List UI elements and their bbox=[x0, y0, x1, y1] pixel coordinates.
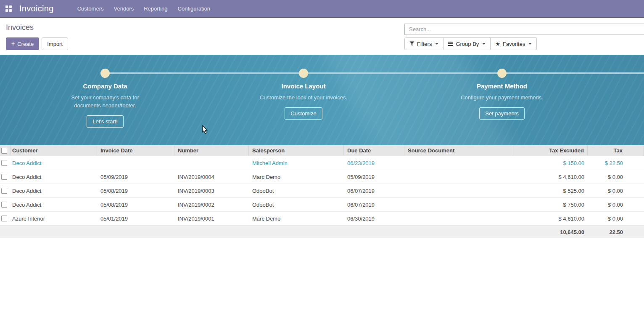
table-row[interactable]: Deco Addict 05/08/2019 INV/2019/0002 Odo… bbox=[0, 198, 644, 212]
row-checkbox[interactable] bbox=[1, 174, 7, 180]
cell-customer: Deco Addict bbox=[11, 156, 97, 170]
footer-tax-total: 22.50 bbox=[588, 226, 644, 238]
cell-salesperson: OdooBot bbox=[249, 184, 344, 197]
row-checkbox-cell bbox=[0, 198, 11, 211]
action-buttons: + Create Import bbox=[6, 37, 68, 50]
favorites-button-label: Favorites bbox=[503, 41, 525, 47]
table-row[interactable]: Deco Addict 05/08/2019 INV/2019/0003 Odo… bbox=[0, 184, 644, 198]
menu-customers[interactable]: Customers bbox=[72, 0, 109, 18]
column-header-invoice-date[interactable]: Invoice Date bbox=[97, 145, 174, 156]
row-checkbox[interactable] bbox=[1, 216, 7, 221]
select-all-checkbox-cell bbox=[0, 145, 11, 156]
step-title: Payment Method bbox=[435, 83, 569, 90]
invoicing-app-screen: Invoicing Customers Vendors Reporting Co… bbox=[0, 0, 644, 317]
column-header-tax[interactable]: Tax bbox=[588, 145, 644, 156]
menu-configuration[interactable]: Configuration bbox=[173, 0, 215, 18]
onboarding-progress-line bbox=[105, 72, 644, 74]
column-header-source-document[interactable]: Source Document bbox=[404, 145, 513, 156]
table-row[interactable]: Deco Addict Mitchell Admin 06/23/2019 $ … bbox=[0, 156, 644, 170]
group-by-button[interactable]: Group By bbox=[443, 37, 491, 50]
table-footer-row: 10,645.00 22.50 bbox=[0, 226, 644, 238]
app-title: Invoicing bbox=[19, 4, 54, 13]
filters-button-label: Filters bbox=[417, 41, 432, 47]
cell-tax-excluded: $ 150.00 bbox=[513, 156, 588, 170]
search-option-buttons: Filters Group By ★ Favorites bbox=[404, 37, 537, 50]
import-button-label: Import bbox=[47, 41, 63, 47]
apps-menu-button[interactable] bbox=[0, 0, 17, 18]
column-header-number[interactable]: Number bbox=[174, 145, 249, 156]
menu-vendors[interactable]: Vendors bbox=[109, 0, 139, 18]
apps-grid-icon bbox=[5, 5, 12, 12]
column-header-customer[interactable]: Customer bbox=[11, 145, 97, 156]
cell-tax-excluded: $ 750.00 bbox=[513, 198, 588, 211]
favorites-star-icon: ★ bbox=[495, 41, 500, 47]
table-row[interactable]: Azure Interior 05/01/2019 INV/2019/0001 … bbox=[0, 212, 644, 226]
row-checkbox[interactable] bbox=[1, 188, 7, 194]
cell-tax: $ 22.50 bbox=[588, 156, 644, 170]
cell-due-date: 06/23/2019 bbox=[344, 156, 404, 170]
cell-number: INV/2019/0001 bbox=[174, 212, 249, 225]
cell-tax: $ 0.00 bbox=[588, 184, 644, 197]
cell-salesperson: OdooBot bbox=[249, 198, 344, 211]
cell-tax-excluded: $ 525.00 bbox=[513, 184, 588, 197]
onboarding-step-payment-method: Payment Method Configure your payment me… bbox=[435, 83, 569, 120]
cell-due-date: 06/07/2019 bbox=[344, 198, 404, 211]
cell-customer: Deco Addict bbox=[11, 170, 97, 184]
cell-number bbox=[174, 156, 249, 170]
customize-button[interactable]: Customize bbox=[285, 107, 322, 120]
filters-button[interactable]: Filters bbox=[404, 37, 443, 50]
cell-invoice-date: 05/08/2019 bbox=[97, 184, 174, 197]
onboarding-banner: Company Data Set your company's data for… bbox=[0, 55, 644, 145]
set-payments-button[interactable]: Set payments bbox=[479, 107, 525, 120]
plus-icon: + bbox=[11, 40, 15, 47]
group-by-bars-icon bbox=[448, 42, 453, 46]
column-header-salesperson[interactable]: Salesperson bbox=[249, 145, 344, 156]
cell-source-document bbox=[404, 212, 513, 225]
cell-source-document bbox=[404, 184, 513, 197]
step-dot-company-data bbox=[100, 69, 110, 78]
lets-start-button[interactable]: Let's start! bbox=[87, 115, 124, 128]
cell-salesperson: Marc Demo bbox=[249, 212, 344, 225]
control-panel: Invoices + Create Import Filters bbox=[0, 18, 644, 55]
row-checkbox-cell bbox=[0, 170, 11, 184]
search-input[interactable] bbox=[404, 24, 644, 35]
page-title: Invoices bbox=[6, 23, 34, 32]
select-all-checkbox[interactable] bbox=[1, 148, 7, 154]
create-button-label: Create bbox=[17, 41, 34, 47]
favorites-button[interactable]: ★ Favorites bbox=[491, 37, 537, 50]
caret-down-icon bbox=[435, 43, 438, 45]
row-checkbox-cell bbox=[0, 156, 11, 170]
cell-tax: $ 0.00 bbox=[588, 198, 644, 211]
cell-number: INV/2019/0003 bbox=[174, 184, 249, 197]
cell-number: INV/2019/0004 bbox=[174, 170, 249, 184]
cell-invoice-date: 05/01/2019 bbox=[97, 212, 174, 225]
cell-salesperson: Mitchell Admin bbox=[249, 156, 344, 170]
cell-due-date: 05/09/2019 bbox=[344, 170, 404, 184]
row-checkbox-cell bbox=[0, 184, 11, 197]
onboarding-step-company-data: Company Data Set your company's data for… bbox=[38, 83, 172, 128]
cell-source-document bbox=[404, 198, 513, 211]
onboarding-step-invoice-layout: Invoice Layout Customize the look of you… bbox=[236, 83, 371, 120]
cell-tax-excluded: $ 4,610.00 bbox=[513, 170, 588, 184]
column-header-tax-excluded[interactable]: Tax Excluded bbox=[513, 145, 588, 156]
cell-customer: Deco Addict bbox=[11, 184, 97, 197]
step-description: Configure your payment methods. bbox=[455, 93, 549, 101]
table-header-row: Customer Invoice Date Number Salesperson… bbox=[0, 145, 644, 156]
row-checkbox[interactable] bbox=[1, 160, 7, 166]
cell-invoice-date bbox=[97, 156, 174, 170]
column-header-due-date[interactable]: Due Date bbox=[344, 145, 404, 156]
create-button[interactable]: + Create bbox=[6, 37, 39, 50]
menu-reporting[interactable]: Reporting bbox=[139, 0, 172, 18]
table-row[interactable]: Deco Addict 05/09/2019 INV/2019/0004 Mar… bbox=[0, 170, 644, 184]
step-description: Set your company's data for documents he… bbox=[58, 93, 152, 109]
cell-salesperson: Marc Demo bbox=[249, 170, 344, 184]
cell-invoice-date: 05/09/2019 bbox=[97, 170, 174, 184]
group-by-button-label: Group By bbox=[456, 41, 479, 47]
cell-tax-excluded: $ 4,610.00 bbox=[513, 212, 588, 225]
cell-due-date: 06/30/2019 bbox=[344, 212, 404, 225]
cell-source-document bbox=[404, 170, 513, 184]
cell-source-document bbox=[404, 156, 513, 170]
cell-invoice-date: 05/08/2019 bbox=[97, 198, 174, 211]
import-button[interactable]: Import bbox=[42, 37, 68, 50]
row-checkbox[interactable] bbox=[1, 202, 7, 208]
